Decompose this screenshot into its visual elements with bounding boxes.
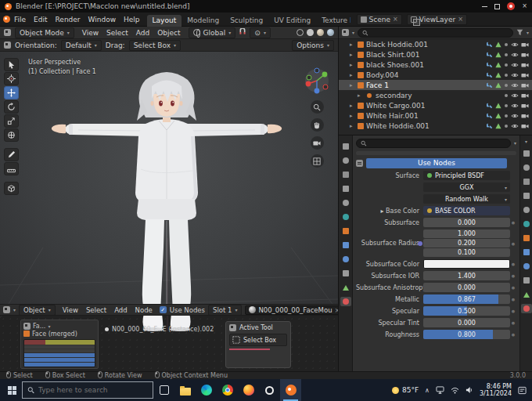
blender-menu-icon[interactable]	[3, 16, 10, 23]
volume-icon[interactable]	[466, 386, 473, 394]
viewlayer-unlink-icon[interactable]: ×	[458, 16, 463, 23]
camera-icon[interactable]	[521, 72, 529, 78]
start-button[interactable]	[2, 379, 22, 401]
dot-icon[interactable]	[504, 93, 509, 98]
options-dropdown[interactable]: Options▾	[292, 40, 334, 51]
camera-icon[interactable]	[521, 103, 529, 109]
camera-icon[interactable]	[521, 52, 529, 58]
properties-tool-tab[interactable]	[340, 142, 351, 151]
viewport-menu-view[interactable]: View	[78, 29, 102, 37]
shader-menu-node[interactable]: Node	[131, 306, 156, 314]
wireframe-shading-icon[interactable]	[297, 29, 304, 36]
outliner-item-black-hoddie-001[interactable]: ▸Black Hoddie.001	[339, 39, 532, 49]
secondary-physics-tab[interactable]	[521, 262, 532, 271]
camera-icon[interactable]	[521, 42, 529, 48]
eye-icon[interactable]	[511, 72, 519, 78]
select-box-tool[interactable]	[4, 58, 19, 71]
viewport-menu-add[interactable]: Add	[132, 29, 153, 37]
taskbar-clock[interactable]: 8:46 PM 3/11/2024	[480, 383, 512, 397]
camera-icon[interactable]	[521, 92, 529, 99]
disclosure-icon[interactable]: ▸	[350, 82, 355, 89]
menu-window[interactable]: Window	[84, 16, 120, 23]
menu-file[interactable]: File	[10, 16, 30, 23]
value-slider[interactable]: 0.000	[423, 283, 510, 292]
disclosure-icon[interactable]: ▸	[358, 92, 363, 99]
mode-dropdown[interactable]: Object Mode▾	[15, 27, 74, 38]
shader-editor-type-icon[interactable]	[3, 306, 10, 313]
value-slider[interactable]: 0.000	[423, 218, 510, 227]
disclosure-icon[interactable]: ▸	[350, 103, 355, 109]
properties-search-input[interactable]	[369, 139, 506, 146]
secondary-render-tab[interactable]	[521, 163, 532, 172]
annotate-tool[interactable]	[4, 148, 19, 161]
blender-icon[interactable]	[280, 379, 301, 401]
value-slider[interactable]: 0.867	[423, 294, 510, 304]
slot-dropdown[interactable]: Slot 1▾	[208, 305, 242, 316]
disclosure-icon[interactable]: ▸	[350, 123, 355, 129]
rendered-shading-icon[interactable]	[327, 29, 334, 36]
eye-icon[interactable]	[511, 103, 519, 109]
value-field[interactable]: 0.100	[423, 248, 510, 257]
viewlayer-selector[interactable]: ViewLayer ×	[407, 14, 467, 25]
shader-menu-select[interactable]: Select	[82, 306, 110, 314]
move-tool[interactable]	[4, 86, 19, 99]
task-view-icon[interactable]	[153, 379, 174, 401]
orientation-dropdown[interactable]: Global▾	[189, 27, 236, 38]
material-shading-icon[interactable]	[317, 29, 324, 36]
filter-icon[interactable]	[516, 29, 523, 36]
use-nodes-checkbox[interactable]: ✓	[160, 306, 167, 313]
toggle-perspective-icon[interactable]	[311, 154, 324, 168]
scene-unlink-icon[interactable]: ×	[393, 16, 398, 23]
weather-widget[interactable]: 85°F	[392, 386, 419, 394]
properties-world-tab[interactable]	[340, 212, 351, 222]
properties-search[interactable]	[356, 139, 511, 148]
cursor-tool[interactable]	[4, 72, 19, 85]
snap-magnet-icon[interactable]	[239, 28, 246, 37]
dot-icon[interactable]	[504, 114, 509, 118]
disclosure-icon[interactable]: ▸	[350, 52, 355, 58]
outliner-search-input[interactable]	[371, 29, 509, 36]
shader-menu-add[interactable]: Add	[110, 306, 131, 314]
eye-icon[interactable]	[511, 52, 519, 58]
dot-icon[interactable]	[504, 124, 509, 128]
properties-physics-tab[interactable]	[340, 255, 351, 264]
opera-icon[interactable]	[259, 379, 280, 401]
close-button[interactable]: ×	[522, 3, 527, 9]
file-explorer-icon[interactable]	[174, 379, 196, 401]
eye-icon[interactable]	[511, 62, 519, 68]
eye-icon[interactable]	[511, 113, 519, 119]
add-cube-tool[interactable]	[4, 182, 19, 195]
color-swatch[interactable]	[423, 259, 510, 269]
outliner-menu-chevron[interactable]: ▾	[527, 30, 529, 35]
secondary-constraints-tab[interactable]	[521, 276, 532, 285]
workspace-tab-sculpting[interactable]: Sculpting	[225, 15, 268, 27]
dropdown[interactable]: GGX▾	[423, 182, 510, 192]
shader-menu-view[interactable]: View	[59, 306, 82, 314]
properties-filter-chevron[interactable]: ▾	[514, 140, 516, 146]
node-link[interactable]: Principled BSDF	[423, 171, 510, 180]
outliner-search[interactable]	[358, 28, 513, 38]
dot-icon[interactable]	[504, 42, 509, 47]
rotate-tool[interactable]	[4, 100, 19, 114]
properties-object-tab[interactable]	[340, 226, 351, 236]
panel-chevron-icon[interactable]: ▾	[525, 139, 527, 144]
material-name-field[interactable]: N00_000_00_FaceMou ×	[245, 305, 338, 315]
secondary-object-tab[interactable]	[521, 233, 532, 243]
eye-icon[interactable]	[511, 42, 519, 48]
action-center-icon[interactable]	[518, 386, 527, 395]
value-slider[interactable]: 0.000	[423, 318, 510, 327]
menu-edit[interactable]: Edit	[30, 16, 51, 23]
network-icon[interactable]	[436, 386, 444, 394]
secondary-output-tab[interactable]	[521, 177, 532, 186]
properties-view-layer-tab[interactable]	[340, 184, 351, 193]
collapsed-panel-header[interactable]	[356, 151, 516, 155]
pan-hand-icon[interactable]	[311, 118, 324, 132]
zoom-icon[interactable]	[311, 100, 324, 114]
use-nodes-button[interactable]: Use Nodes	[366, 158, 507, 168]
disclosure-icon[interactable]: ▸	[350, 62, 355, 68]
outliner-item-white-hoddie-001[interactable]: ▸White Hoddie.001	[339, 121, 532, 131]
eye-icon[interactable]	[511, 92, 519, 99]
measure-tool[interactable]	[4, 162, 19, 175]
camera-icon[interactable]	[521, 62, 529, 68]
dot-icon[interactable]	[504, 73, 509, 78]
